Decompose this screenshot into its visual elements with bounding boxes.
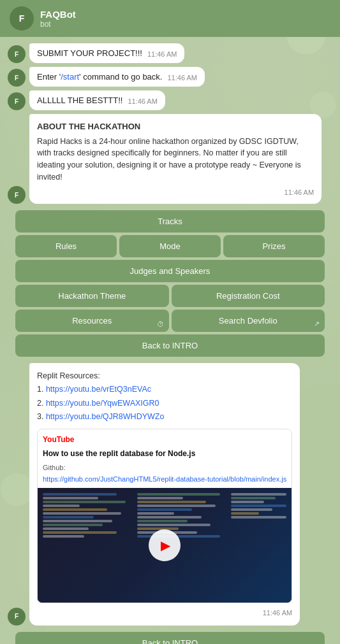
msg1-text: SUBMIT YOUR PROJECT!!!	[37, 48, 142, 58]
msg2-text: Enter '/start' command to go back.	[37, 72, 162, 82]
message-row-2: F Enter '/start' command to go back. 11:…	[8, 67, 332, 87]
judges-button[interactable]: Judges and Speakers	[15, 260, 325, 282]
hackathon-theme-button[interactable]: Hackathon Theme	[15, 285, 169, 307]
search-devfolio-button[interactable]: Search Devfolio ↗	[172, 310, 325, 332]
bot-avatar-2: F	[8, 69, 26, 87]
back-to-intro-button-1[interactable]: Back to INTRO	[15, 334, 325, 357]
info-card-title: ABOUT THE HACKATHON	[37, 120, 314, 133]
header-info: FAQBot bot	[40, 9, 330, 29]
btn-row-tracks: Tracks	[15, 210, 325, 233]
back-btn-container-2: Back to INTRO	[15, 632, 325, 644]
bot-subtitle: bot	[40, 20, 330, 29]
resources-link-3: 3. https://youtu.be/QJR8WHDYWZo	[37, 410, 292, 424]
resources-link-1: 1. https://youtu.be/vrEtQ3nEVAc	[37, 383, 292, 396]
msg3-time: 11:46 AM	[128, 97, 157, 105]
info-card-body: Rapid Hacks is a 24-hour online hackatho…	[37, 136, 314, 183]
resources-time: 11:46 AM	[37, 607, 292, 619]
btn-row-theme-reg: Hackathon Theme Registration Cost	[15, 285, 325, 307]
play-button[interactable]	[149, 529, 181, 561]
prizes-button[interactable]: Prizes	[223, 235, 325, 257]
bot-avatar-3: F	[8, 92, 26, 110]
button-grid: Tracks Rules Mode Prizes Judges and Spea…	[15, 210, 325, 357]
youtube-brand-label: YouTube	[43, 433, 286, 446]
bot-message-1: SUBMIT YOUR PROJECT!!! 11:46 AM	[29, 43, 184, 63]
chat-header: F FAQBot bot	[0, 0, 340, 37]
mode-button[interactable]: Mode	[119, 235, 221, 257]
msg3-text: ALLLLL THE BESTTT!!	[37, 96, 122, 105]
message-row-3: F ALLLLL THE BESTTT!! 11:46 AM	[8, 90, 332, 110]
resources-button[interactable]: Resources ⏱	[15, 310, 169, 332]
msg2-time: 11:46 AM	[167, 74, 196, 82]
youtube-github-info: Github: https://github.com/JustChangHTML…	[38, 462, 292, 488]
resources-title: Replit Resources:	[37, 369, 292, 383]
rules-button[interactable]: Rules	[15, 235, 117, 257]
bot-name: FAQBot	[40, 9, 330, 20]
info-card-time: 11:46 AM	[37, 187, 314, 198]
bot-avatar-5: F	[8, 608, 26, 626]
github-link[interactable]: https://github.com/JustChangHTML5/replit…	[43, 475, 286, 483]
youtube-video-title: How to use the replit database for Node.…	[43, 447, 286, 460]
youtube-embed: YouTube How to use the replit database f…	[37, 429, 292, 603]
resources-card: Replit Resources: 1. https://youtu.be/vr…	[29, 363, 300, 626]
msg1-time: 11:46 AM	[147, 50, 177, 58]
resources-link-2: 2. https://youtu.be/YqwEWAXIGR0	[37, 397, 292, 410]
back-to-intro-button-2[interactable]: Back to INTRO	[15, 632, 325, 644]
external-link-icon: ↗	[314, 320, 320, 328]
btn-row-judges: Judges and Speakers	[15, 260, 325, 282]
avatar: F	[10, 6, 34, 31]
registration-cost-button[interactable]: Registration Cost	[172, 285, 325, 307]
bot-avatar-1: F	[8, 45, 26, 63]
message-row-1: F SUBMIT YOUR PROJECT!!! 11:46 AM	[8, 43, 332, 63]
tracks-button[interactable]: Tracks	[15, 210, 325, 233]
bot-message-2: Enter '/start' command to go back. 11:46…	[29, 67, 205, 87]
info-card-row: F ABOUT THE HACKATHON Rapid Hacks is a 2…	[8, 114, 332, 204]
bot-message-3: ALLLLL THE BESTTT!! 11:46 AM	[29, 90, 165, 110]
youtube-thumbnail[interactable]	[38, 488, 292, 603]
btn-row-resources-search: Resources ⏱ Search Devfolio ↗	[15, 310, 325, 332]
bot-avatar-4: F	[8, 186, 26, 204]
youtube-header: YouTube How to use the replit database f…	[38, 429, 292, 462]
clock-icon: ⏱	[157, 320, 164, 328]
btn-row-back1: Back to INTRO	[15, 334, 325, 357]
resources-row: F Replit Resources: 1. https://youtu.be/…	[8, 363, 332, 626]
info-card: ABOUT THE HACKATHON Rapid Hacks is a 24-…	[29, 114, 322, 204]
btn-row-rmp: Rules Mode Prizes	[15, 235, 325, 257]
chat-area: F SUBMIT YOUR PROJECT!!! 11:46 AM F Ente…	[0, 37, 340, 644]
